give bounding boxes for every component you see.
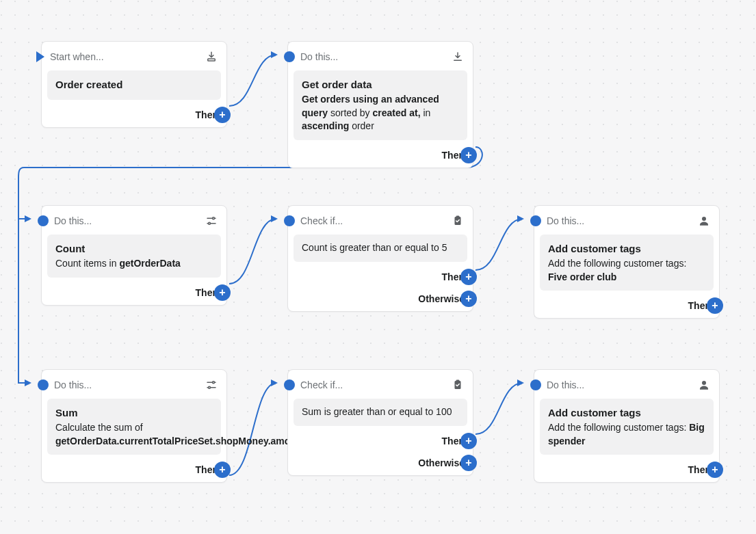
svg-point-7 <box>702 217 706 221</box>
trigger-title: Order created <box>55 77 213 92</box>
otherwise-label: Otherwise <box>418 457 465 468</box>
action-icon <box>284 51 295 62</box>
add-otherwise-button[interactable] <box>460 291 477 307</box>
add-step-button[interactable] <box>214 462 231 478</box>
condition-text: Count is greater than or equal to 5 <box>302 241 459 255</box>
settings-sliders-icon[interactable] <box>205 214 218 228</box>
condition-icon <box>284 215 295 226</box>
node-header-label: Check if... <box>300 379 445 390</box>
condition-icon <box>284 379 295 390</box>
trigger-icon <box>36 51 44 62</box>
svg-point-8 <box>213 382 215 384</box>
action-title: Add customer tags <box>548 405 705 420</box>
clipboard-check-icon[interactable] <box>451 214 465 228</box>
node-header-label: Check if... <box>300 215 445 226</box>
svg-point-4 <box>209 222 211 224</box>
person-icon[interactable] <box>697 378 711 392</box>
action-icon <box>530 379 541 390</box>
action-title: Sum <box>55 405 213 420</box>
node-header-label: Do this... <box>54 379 199 390</box>
person-icon[interactable] <box>697 214 711 228</box>
add-step-button[interactable] <box>707 297 723 314</box>
action-desc: Add the following customer tags: Five or… <box>548 257 705 284</box>
svg-rect-11 <box>456 380 460 382</box>
svg-point-3 <box>213 217 215 219</box>
node-tag-five[interactable]: Do this... Add customer tags Add the fol… <box>534 205 720 319</box>
svg-rect-6 <box>456 216 460 218</box>
condition-text: Sum is greater than or equal to 100 <box>302 405 459 419</box>
otherwise-label: Otherwise <box>418 293 465 304</box>
condition-body[interactable]: Sum is greater than or equal to 100 <box>294 399 467 426</box>
import-icon[interactable] <box>205 50 218 64</box>
svg-point-12 <box>702 381 706 385</box>
add-otherwise-button[interactable] <box>460 455 477 471</box>
node-check-count[interactable]: Check if... Count is greater than or equ… <box>287 205 473 312</box>
node-trigger[interactable]: Start when... Order created Then <box>41 41 227 128</box>
node-header-label: Start when... <box>50 51 199 62</box>
node-header-label: Do this... <box>300 51 445 62</box>
node-sum[interactable]: Do this... Sum Calculate the sum of getO… <box>41 369 227 483</box>
clipboard-check-icon[interactable] <box>451 378 465 392</box>
node-tag-big[interactable]: Do this... Add customer tags Add the fol… <box>534 369 720 483</box>
download-icon[interactable] <box>451 50 465 64</box>
svg-rect-2 <box>208 59 216 61</box>
add-step-button[interactable] <box>707 462 723 478</box>
action-body[interactable]: Get order data Get orders using an advan… <box>294 70 467 140</box>
add-then-button[interactable] <box>460 269 477 285</box>
action-body[interactable]: Add customer tags Add the following cust… <box>540 399 714 455</box>
condition-body[interactable]: Count is greater than or equal to 5 <box>294 235 467 262</box>
settings-sliders-icon[interactable] <box>205 378 218 392</box>
node-header-label: Do this... <box>547 215 692 226</box>
action-desc: Count items in getOrderData <box>55 257 213 271</box>
action-body[interactable]: Sum Calculate the sum of getOrderData.cu… <box>47 399 221 455</box>
node-count[interactable]: Do this... Count Count items in getOrder… <box>41 205 227 306</box>
action-icon <box>38 215 49 226</box>
action-desc: Calculate the sum of getOrderData.curren… <box>55 421 213 448</box>
action-title: Add customer tags <box>548 241 705 256</box>
action-title: Get order data <box>302 77 459 92</box>
node-get-order-data[interactable]: Do this... Get order data Get orders usi… <box>287 41 473 168</box>
node-header-label: Do this... <box>54 215 199 226</box>
trigger-body[interactable]: Order created <box>47 70 221 100</box>
action-icon <box>530 215 541 226</box>
add-then-button[interactable] <box>460 433 477 449</box>
action-body[interactable]: Count Count items in getOrderData <box>47 235 221 278</box>
action-desc: Get orders using an advanced query sorte… <box>302 93 459 133</box>
add-step-button[interactable] <box>460 147 477 163</box>
node-header-label: Do this... <box>547 379 692 390</box>
add-step-button[interactable] <box>214 284 231 301</box>
add-step-button[interactable] <box>214 107 231 123</box>
node-check-sum[interactable]: Check if... Sum is greater than or equal… <box>287 369 473 476</box>
action-title: Count <box>55 241 213 256</box>
action-desc: Add the following customer tags: Big spe… <box>548 421 705 448</box>
svg-point-9 <box>209 386 211 388</box>
action-icon <box>38 379 49 390</box>
action-body[interactable]: Add customer tags Add the following cust… <box>540 235 714 291</box>
